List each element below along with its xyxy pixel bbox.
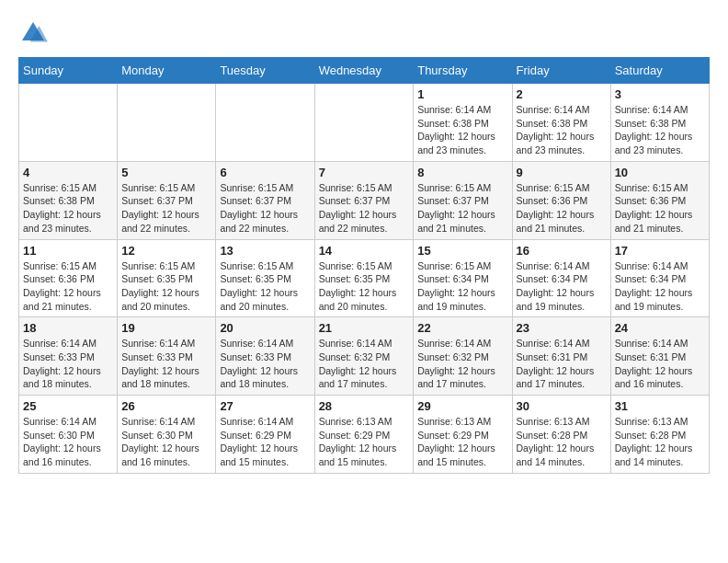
- day-number: 10: [615, 166, 705, 179]
- day-number: 31: [615, 399, 705, 413]
- day-number: 15: [417, 244, 507, 258]
- day-number: 3: [615, 87, 705, 101]
- calendar-cell: 15Sunrise: 6:15 AM Sunset: 6:34 PM Dayli…: [414, 239, 512, 317]
- day-number: 24: [615, 321, 705, 335]
- day-number: 5: [121, 166, 211, 179]
- calendar-cell: 27Sunrise: 6:14 AM Sunset: 6:29 PM Dayli…: [216, 396, 314, 474]
- day-number: 19: [121, 321, 211, 335]
- calendar-cell: 7Sunrise: 6:15 AM Sunset: 6:37 PM Daylig…: [314, 161, 414, 239]
- weekday-tuesday: Tuesday: [216, 58, 314, 84]
- day-number: 14: [319, 244, 410, 258]
- day-info: Sunrise: 6:15 AM Sunset: 6:36 PM Dayligh…: [517, 181, 607, 236]
- calendar-cell: 21Sunrise: 6:14 AM Sunset: 6:32 PM Dayli…: [314, 317, 414, 396]
- weekday-wednesday: Wednesday: [314, 58, 414, 84]
- day-number: 2: [517, 87, 607, 101]
- logo: [18, 18, 53, 48]
- day-info: Sunrise: 6:14 AM Sunset: 6:31 PM Dayligh…: [517, 337, 607, 391]
- week-row-4: 18Sunrise: 6:14 AM Sunset: 6:33 PM Dayli…: [19, 317, 710, 396]
- calendar-cell: 29Sunrise: 6:13 AM Sunset: 6:29 PM Dayli…: [414, 396, 512, 474]
- day-info: Sunrise: 6:13 AM Sunset: 6:28 PM Dayligh…: [615, 415, 705, 469]
- day-number: 18: [23, 321, 113, 335]
- calendar-cell: 5Sunrise: 6:15 AM Sunset: 6:37 PM Daylig…: [118, 161, 216, 239]
- calendar-cell: 22Sunrise: 6:14 AM Sunset: 6:32 PM Dayli…: [414, 317, 512, 396]
- header: [18, 18, 710, 48]
- day-number: 6: [220, 166, 310, 179]
- calendar-cell: 8Sunrise: 6:15 AM Sunset: 6:37 PM Daylig…: [414, 161, 512, 239]
- day-info: Sunrise: 6:14 AM Sunset: 6:38 PM Dayligh…: [417, 103, 507, 157]
- calendar-cell: 24Sunrise: 6:14 AM Sunset: 6:31 PM Dayli…: [610, 317, 709, 396]
- day-info: Sunrise: 6:14 AM Sunset: 6:31 PM Dayligh…: [615, 337, 705, 391]
- calendar-cell: 30Sunrise: 6:13 AM Sunset: 6:28 PM Dayli…: [512, 396, 610, 474]
- day-info: Sunrise: 6:14 AM Sunset: 6:32 PM Dayligh…: [417, 337, 507, 391]
- calendar-cell: 2Sunrise: 6:14 AM Sunset: 6:38 PM Daylig…: [512, 84, 610, 162]
- day-info: Sunrise: 6:14 AM Sunset: 6:33 PM Dayligh…: [121, 337, 211, 391]
- day-info: Sunrise: 6:15 AM Sunset: 6:35 PM Dayligh…: [319, 259, 410, 314]
- weekday-monday: Monday: [118, 58, 216, 84]
- calendar-cell: 26Sunrise: 6:14 AM Sunset: 6:30 PM Dayli…: [118, 396, 216, 474]
- day-info: Sunrise: 6:14 AM Sunset: 6:32 PM Dayligh…: [319, 337, 410, 391]
- calendar-cell: 11Sunrise: 6:15 AM Sunset: 6:36 PM Dayli…: [19, 239, 118, 317]
- day-info: Sunrise: 6:14 AM Sunset: 6:30 PM Dayligh…: [121, 415, 211, 469]
- week-row-3: 11Sunrise: 6:15 AM Sunset: 6:36 PM Dayli…: [19, 239, 710, 317]
- day-info: Sunrise: 6:15 AM Sunset: 6:37 PM Dayligh…: [121, 181, 211, 236]
- day-info: Sunrise: 6:14 AM Sunset: 6:30 PM Dayligh…: [23, 415, 113, 469]
- calendar-cell: 18Sunrise: 6:14 AM Sunset: 6:33 PM Dayli…: [19, 317, 118, 396]
- day-info: Sunrise: 6:13 AM Sunset: 6:28 PM Dayligh…: [517, 415, 607, 469]
- calendar-cell: [216, 84, 314, 162]
- day-info: Sunrise: 6:13 AM Sunset: 6:29 PM Dayligh…: [417, 415, 507, 469]
- week-row-1: 1Sunrise: 6:14 AM Sunset: 6:38 PM Daylig…: [19, 84, 710, 162]
- day-number: 22: [417, 321, 507, 335]
- calendar-cell: 4Sunrise: 6:15 AM Sunset: 6:38 PM Daylig…: [19, 161, 118, 239]
- calendar-cell: 9Sunrise: 6:15 AM Sunset: 6:36 PM Daylig…: [512, 161, 610, 239]
- calendar-cell: 23Sunrise: 6:14 AM Sunset: 6:31 PM Dayli…: [512, 317, 610, 396]
- week-row-2: 4Sunrise: 6:15 AM Sunset: 6:38 PM Daylig…: [19, 161, 710, 239]
- calendar-cell: 13Sunrise: 6:15 AM Sunset: 6:35 PM Dayli…: [216, 239, 314, 317]
- day-number: 4: [23, 166, 113, 179]
- day-number: 28: [319, 399, 410, 413]
- day-number: 9: [517, 166, 607, 179]
- day-number: 12: [121, 244, 211, 258]
- calendar-cell: 28Sunrise: 6:13 AM Sunset: 6:29 PM Dayli…: [314, 396, 414, 474]
- day-info: Sunrise: 6:15 AM Sunset: 6:37 PM Dayligh…: [220, 181, 310, 236]
- day-number: 26: [121, 399, 211, 413]
- calendar-cell: 6Sunrise: 6:15 AM Sunset: 6:37 PM Daylig…: [216, 161, 314, 239]
- day-number: 30: [517, 399, 607, 413]
- day-number: 21: [319, 321, 410, 335]
- calendar-cell: 3Sunrise: 6:14 AM Sunset: 6:38 PM Daylig…: [610, 84, 709, 162]
- calendar-table: SundayMondayTuesdayWednesdayThursdayFrid…: [18, 57, 710, 474]
- day-info: Sunrise: 6:14 AM Sunset: 6:33 PM Dayligh…: [23, 337, 113, 391]
- calendar-cell: [19, 84, 118, 162]
- day-info: Sunrise: 6:14 AM Sunset: 6:34 PM Dayligh…: [517, 259, 607, 314]
- calendar-cell: 10Sunrise: 6:15 AM Sunset: 6:36 PM Dayli…: [610, 161, 709, 239]
- calendar-cell: 14Sunrise: 6:15 AM Sunset: 6:35 PM Dayli…: [314, 239, 414, 317]
- day-info: Sunrise: 6:15 AM Sunset: 6:38 PM Dayligh…: [23, 181, 113, 236]
- day-info: Sunrise: 6:15 AM Sunset: 6:36 PM Dayligh…: [615, 181, 705, 236]
- weekday-saturday: Saturday: [610, 58, 709, 84]
- logo-icon: [18, 18, 48, 48]
- calendar-cell: [118, 84, 216, 162]
- day-number: 27: [220, 399, 310, 413]
- day-info: Sunrise: 6:15 AM Sunset: 6:36 PM Dayligh…: [23, 259, 113, 314]
- day-number: 16: [517, 244, 607, 258]
- day-info: Sunrise: 6:15 AM Sunset: 6:37 PM Dayligh…: [319, 181, 410, 236]
- day-number: 17: [615, 244, 705, 258]
- day-info: Sunrise: 6:14 AM Sunset: 6:38 PM Dayligh…: [615, 103, 705, 157]
- day-info: Sunrise: 6:15 AM Sunset: 6:34 PM Dayligh…: [417, 259, 507, 314]
- weekday-thursday: Thursday: [414, 58, 512, 84]
- day-number: 7: [319, 166, 410, 179]
- calendar-cell: 12Sunrise: 6:15 AM Sunset: 6:35 PM Dayli…: [118, 239, 216, 317]
- weekday-header-row: SundayMondayTuesdayWednesdayThursdayFrid…: [19, 58, 710, 84]
- calendar-cell: 20Sunrise: 6:14 AM Sunset: 6:33 PM Dayli…: [216, 317, 314, 396]
- day-number: 23: [517, 321, 607, 335]
- calendar-cell: 31Sunrise: 6:13 AM Sunset: 6:28 PM Dayli…: [610, 396, 709, 474]
- day-info: Sunrise: 6:15 AM Sunset: 6:35 PM Dayligh…: [220, 259, 310, 314]
- day-number: 29: [417, 399, 507, 413]
- day-number: 20: [220, 321, 310, 335]
- day-info: Sunrise: 6:14 AM Sunset: 6:33 PM Dayligh…: [220, 337, 310, 391]
- calendar-cell: 17Sunrise: 6:14 AM Sunset: 6:34 PM Dayli…: [610, 239, 709, 317]
- day-info: Sunrise: 6:14 AM Sunset: 6:29 PM Dayligh…: [220, 415, 310, 469]
- weekday-friday: Friday: [512, 58, 610, 84]
- day-number: 8: [417, 166, 507, 179]
- day-number: 13: [220, 244, 310, 258]
- day-number: 25: [23, 399, 113, 413]
